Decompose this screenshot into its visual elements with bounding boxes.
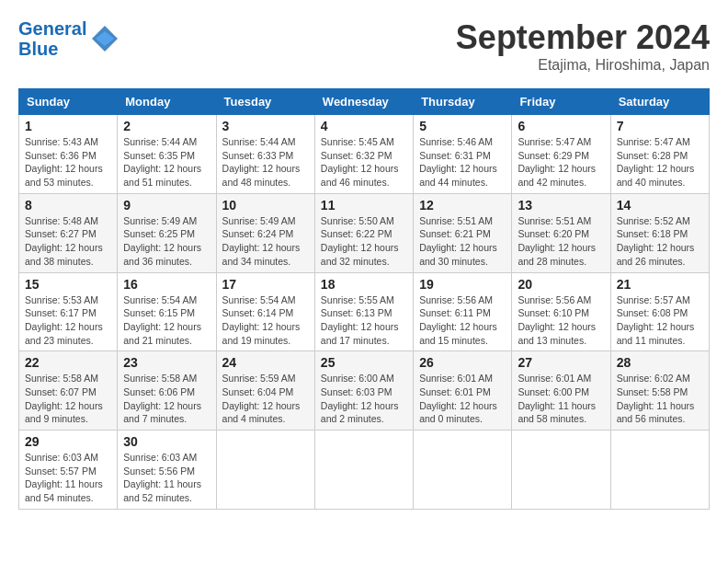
- day-info: Sunrise: 5:55 AMSunset: 6:13 PMDaylight:…: [321, 293, 407, 348]
- day-number: 20: [518, 277, 604, 292]
- header: General Blue September 2024 Etajima, Hir…: [18, 18, 710, 74]
- day-number: 18: [321, 277, 407, 292]
- day-info: Sunrise: 5:56 AMSunset: 6:11 PMDaylight:…: [419, 293, 506, 348]
- day-number: 19: [419, 277, 506, 292]
- day-info: Sunrise: 6:03 AMSunset: 5:56 PMDaylight:…: [123, 451, 210, 505]
- day-number: 3: [222, 119, 309, 133]
- day-info: Sunrise: 5:58 AMSunset: 6:07 PMDaylight:…: [25, 372, 111, 426]
- table-row: 28 Sunrise: 6:02 AMSunset: 5:58 PMDaylig…: [610, 351, 709, 431]
- header-monday: Monday: [118, 89, 216, 115]
- table-row: 4 Sunrise: 5:45 AMSunset: 6:32 PMDayligh…: [314, 115, 413, 194]
- day-info: Sunrise: 5:50 AMSunset: 6:22 PMDaylight:…: [321, 214, 407, 269]
- table-row: 29 Sunrise: 6:03 AMSunset: 5:57 PMDaylig…: [19, 431, 118, 510]
- day-info: Sunrise: 5:51 AMSunset: 6:20 PMDaylight:…: [518, 214, 604, 269]
- logo-text-line2: Blue: [18, 39, 86, 59]
- day-info: Sunrise: 5:49 AMSunset: 6:24 PMDaylight:…: [222, 214, 309, 269]
- day-number: 30: [123, 434, 210, 449]
- day-info: Sunrise: 5:54 AMSunset: 6:15 PMDaylight:…: [123, 293, 210, 348]
- day-info: Sunrise: 5:53 AMSunset: 6:17 PMDaylight:…: [25, 293, 111, 348]
- table-row: 7 Sunrise: 5:47 AMSunset: 6:28 PMDayligh…: [610, 115, 709, 194]
- month-title: September 2024: [456, 18, 710, 57]
- day-number: 11: [321, 198, 407, 213]
- calendar-week-2: 8 Sunrise: 5:48 AMSunset: 6:27 PMDayligh…: [19, 193, 710, 272]
- table-row: 6 Sunrise: 5:47 AMSunset: 6:29 PMDayligh…: [512, 115, 610, 194]
- page-container: General Blue September 2024 Etajima, Hir…: [18, 18, 710, 510]
- day-number: 1: [25, 119, 111, 133]
- table-row: 22 Sunrise: 5:58 AMSunset: 6:07 PMDaylig…: [19, 351, 118, 431]
- day-info: Sunrise: 5:49 AMSunset: 6:25 PMDaylight:…: [123, 214, 210, 269]
- location-title: Etajima, Hiroshima, Japan: [456, 57, 710, 74]
- table-row: 26 Sunrise: 6:01 AMSunset: 6:01 PMDaylig…: [414, 351, 512, 431]
- day-number: 28: [617, 355, 703, 370]
- table-row: 12 Sunrise: 5:51 AMSunset: 6:21 PMDaylig…: [414, 193, 512, 272]
- day-info: Sunrise: 5:48 AMSunset: 6:27 PMDaylight:…: [25, 214, 111, 269]
- day-number: 9: [123, 198, 210, 213]
- table-row: 21 Sunrise: 5:57 AMSunset: 6:08 PMDaylig…: [610, 272, 709, 351]
- day-info: Sunrise: 6:02 AMSunset: 5:58 PMDaylight:…: [617, 372, 703, 426]
- table-row: [216, 431, 314, 510]
- table-row: [314, 431, 413, 510]
- table-row: [610, 431, 709, 510]
- day-number: 15: [25, 277, 111, 292]
- day-info: Sunrise: 5:52 AMSunset: 6:18 PMDaylight:…: [617, 214, 703, 269]
- day-number: 13: [518, 198, 604, 213]
- logo: General Blue: [18, 18, 121, 59]
- day-number: 10: [222, 198, 309, 213]
- table-row: 20 Sunrise: 5:56 AMSunset: 6:10 PMDaylig…: [512, 272, 610, 351]
- calendar-week-5: 29 Sunrise: 6:03 AMSunset: 5:57 PMDaylig…: [19, 431, 710, 510]
- day-info: Sunrise: 5:43 AMSunset: 6:36 PMDaylight:…: [25, 135, 111, 190]
- day-info: Sunrise: 6:00 AMSunset: 6:03 PMDaylight:…: [321, 372, 407, 426]
- table-row: 10 Sunrise: 5:49 AMSunset: 6:24 PMDaylig…: [216, 193, 314, 272]
- table-row: 15 Sunrise: 5:53 AMSunset: 6:17 PMDaylig…: [19, 272, 118, 351]
- table-row: 11 Sunrise: 5:50 AMSunset: 6:22 PMDaylig…: [314, 193, 413, 272]
- table-row: 8 Sunrise: 5:48 AMSunset: 6:27 PMDayligh…: [19, 193, 118, 272]
- day-info: Sunrise: 5:44 AMSunset: 6:33 PMDaylight:…: [222, 135, 309, 190]
- title-block: September 2024 Etajima, Hiroshima, Japan: [456, 18, 710, 74]
- calendar-week-1: 1 Sunrise: 5:43 AMSunset: 6:36 PMDayligh…: [19, 115, 710, 194]
- header-sunday: Sunday: [19, 89, 118, 115]
- table-row: 1 Sunrise: 5:43 AMSunset: 6:36 PMDayligh…: [19, 115, 118, 194]
- day-info: Sunrise: 5:44 AMSunset: 6:35 PMDaylight:…: [123, 135, 210, 190]
- table-row: 13 Sunrise: 5:51 AMSunset: 6:20 PMDaylig…: [512, 193, 610, 272]
- table-row: 3 Sunrise: 5:44 AMSunset: 6:33 PMDayligh…: [216, 115, 314, 194]
- table-row: 17 Sunrise: 5:54 AMSunset: 6:14 PMDaylig…: [216, 272, 314, 351]
- day-number: 17: [222, 277, 309, 292]
- table-row: 2 Sunrise: 5:44 AMSunset: 6:35 PMDayligh…: [118, 115, 216, 194]
- header-saturday: Saturday: [610, 89, 709, 115]
- table-row: 24 Sunrise: 5:59 AMSunset: 6:04 PMDaylig…: [216, 351, 314, 431]
- weekday-header-row: Sunday Monday Tuesday Wednesday Thursday…: [19, 89, 710, 115]
- day-info: Sunrise: 5:47 AMSunset: 6:29 PMDaylight:…: [518, 135, 604, 190]
- day-info: Sunrise: 6:03 AMSunset: 5:57 PMDaylight:…: [25, 451, 111, 505]
- day-number: 6: [518, 119, 604, 133]
- day-number: 8: [25, 198, 111, 213]
- day-number: 21: [617, 277, 703, 292]
- header-tuesday: Tuesday: [216, 89, 314, 115]
- day-info: Sunrise: 5:47 AMSunset: 6:28 PMDaylight:…: [617, 135, 703, 190]
- day-info: Sunrise: 5:56 AMSunset: 6:10 PMDaylight:…: [518, 293, 604, 348]
- logo-text-line1: General: [18, 18, 86, 39]
- day-number: 25: [321, 355, 407, 370]
- calendar-week-4: 22 Sunrise: 5:58 AMSunset: 6:07 PMDaylig…: [19, 351, 710, 431]
- day-info: Sunrise: 5:45 AMSunset: 6:32 PMDaylight:…: [321, 135, 407, 190]
- table-row: 30 Sunrise: 6:03 AMSunset: 5:56 PMDaylig…: [118, 431, 216, 510]
- logo-icon: [88, 22, 121, 55]
- day-number: 22: [25, 355, 111, 370]
- day-number: 5: [419, 119, 506, 133]
- day-info: Sunrise: 5:54 AMSunset: 6:14 PMDaylight:…: [222, 293, 309, 348]
- table-row: 25 Sunrise: 6:00 AMSunset: 6:03 PMDaylig…: [314, 351, 413, 431]
- table-row: 16 Sunrise: 5:54 AMSunset: 6:15 PMDaylig…: [118, 272, 216, 351]
- day-number: 7: [617, 119, 703, 133]
- calendar-table: Sunday Monday Tuesday Wednesday Thursday…: [18, 88, 710, 510]
- day-number: 2: [123, 119, 210, 133]
- day-info: Sunrise: 6:01 AMSunset: 6:00 PMDaylight:…: [518, 372, 604, 426]
- day-number: 4: [321, 119, 407, 133]
- day-number: 27: [518, 355, 604, 370]
- table-row: 27 Sunrise: 6:01 AMSunset: 6:00 PMDaylig…: [512, 351, 610, 431]
- day-info: Sunrise: 5:51 AMSunset: 6:21 PMDaylight:…: [419, 214, 506, 269]
- header-thursday: Thursday: [414, 89, 512, 115]
- day-number: 12: [419, 198, 506, 213]
- day-info: Sunrise: 6:01 AMSunset: 6:01 PMDaylight:…: [419, 372, 506, 426]
- day-info: Sunrise: 5:46 AMSunset: 6:31 PMDaylight:…: [419, 135, 506, 190]
- table-row: 23 Sunrise: 5:58 AMSunset: 6:06 PMDaylig…: [118, 351, 216, 431]
- header-friday: Friday: [512, 89, 610, 115]
